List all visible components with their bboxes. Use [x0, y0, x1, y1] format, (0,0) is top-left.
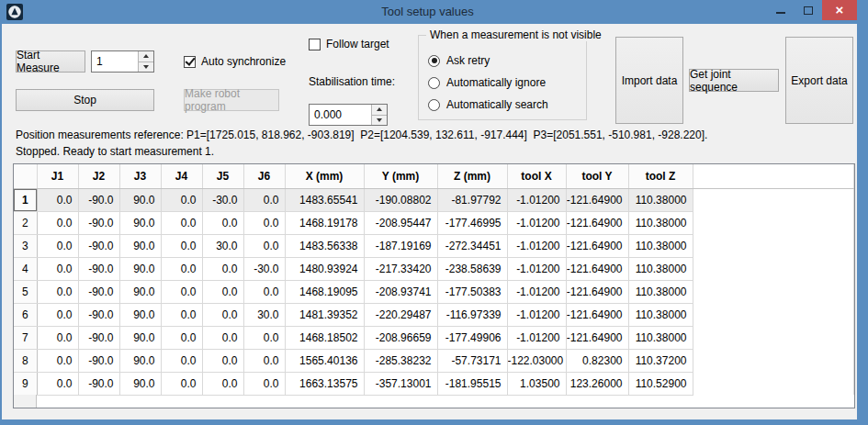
row-header-cell[interactable]: 1 — [14, 188, 37, 211]
grid-cell[interactable]: -1.01200 — [507, 326, 566, 349]
column-header[interactable]: tool X — [507, 164, 566, 188]
grid-cell[interactable]: 1480.93924 — [285, 257, 364, 280]
corner-header-cell[interactable] — [14, 164, 37, 188]
grid-cell[interactable]: -81.97792 — [437, 188, 507, 211]
grid-cell[interactable]: 110.38000 — [628, 303, 693, 326]
grid-cell[interactable]: -90.0 — [78, 326, 119, 349]
grid-cell[interactable]: 0.0 — [202, 349, 243, 372]
export-data-button[interactable]: Export data — [785, 37, 853, 124]
grid-cell[interactable]: -121.64900 — [566, 280, 628, 303]
grid-cell[interactable]: -285.38232 — [364, 349, 437, 372]
grid-cell[interactable]: 1468.19178 — [285, 211, 364, 234]
grid-cell[interactable]: 90.0 — [119, 349, 161, 372]
grid-cell[interactable]: -90.0 — [78, 280, 119, 303]
grid-cell[interactable]: 90.0 — [119, 303, 161, 326]
measure-number-input[interactable] — [92, 51, 138, 72]
grid-cell[interactable]: 110.38000 — [628, 326, 693, 349]
grid-cell[interactable]: 0.0 — [243, 211, 285, 234]
grid-cell[interactable]: 0.0 — [37, 280, 78, 303]
minimize-button[interactable] — [767, 0, 795, 20]
grid-cell[interactable]: 1481.39352 — [285, 303, 364, 326]
grid-cell[interactable]: -208.93741 — [364, 280, 437, 303]
column-header[interactable]: X (mm) — [285, 164, 364, 188]
grid-cell[interactable]: -121.64900 — [566, 211, 628, 234]
stop-button[interactable]: Stop — [16, 89, 154, 111]
grid-cell[interactable]: 1468.18502 — [285, 326, 364, 349]
grid-cell[interactable]: 0.0 — [161, 211, 202, 234]
grid-cell[interactable]: 0.0 — [243, 188, 285, 211]
grid-cell[interactable]: 0.0 — [202, 326, 243, 349]
grid-cell[interactable]: 0.0 — [202, 303, 243, 326]
visibility-option[interactable]: Automatically search — [428, 98, 548, 111]
grid-cell[interactable]: -208.96659 — [364, 326, 437, 349]
grid-cell[interactable]: 0.0 — [243, 280, 285, 303]
grid-cell[interactable]: 0.0 — [161, 257, 202, 280]
grid-cell[interactable]: 0.0 — [243, 372, 285, 395]
grid-cell[interactable]: -1.01200 — [507, 211, 566, 234]
grid-cell[interactable]: -121.64900 — [566, 303, 628, 326]
get-joint-sequence-button[interactable]: Get joint sequence — [689, 69, 779, 92]
column-header[interactable]: J6 — [243, 164, 285, 188]
visibility-option[interactable]: Automatically ignore — [428, 76, 548, 89]
maximize-button[interactable] — [795, 0, 822, 20]
grid-cell[interactable]: 90.0 — [119, 326, 161, 349]
grid-cell[interactable]: 0.0 — [202, 372, 243, 395]
row-header-cell[interactable]: 2 — [14, 211, 37, 234]
grid-cell[interactable]: -90.0 — [78, 188, 119, 211]
grid-cell[interactable]: 110.38000 — [628, 211, 693, 234]
grid-cell[interactable]: 1565.40136 — [285, 349, 364, 372]
grid-cell[interactable]: 110.38000 — [628, 188, 693, 211]
grid-cell[interactable]: 0.0 — [37, 234, 78, 257]
follow-target-checkbox[interactable] — [309, 39, 321, 50]
grid-cell[interactable]: -177.49906 — [437, 326, 507, 349]
grid-cell[interactable]: -357.13001 — [364, 372, 437, 395]
radio-button[interactable] — [428, 77, 440, 89]
radio-button[interactable] — [428, 99, 440, 111]
grid-cell[interactable]: 0.0 — [37, 372, 78, 395]
stabilisation-time-spinner[interactable] — [309, 104, 388, 126]
measure-spin-down-button[interactable] — [139, 62, 153, 73]
grid-cell[interactable]: 0.0 — [37, 257, 78, 280]
grid-cell[interactable]: 0.0 — [161, 234, 202, 257]
grid-cell[interactable]: 0.0 — [161, 326, 202, 349]
grid-cell[interactable]: -217.33420 — [364, 257, 437, 280]
grid-cell[interactable]: 110.38000 — [628, 280, 693, 303]
row-header-cell[interactable]: 3 — [14, 234, 37, 257]
grid-cell[interactable]: 0.0 — [161, 349, 202, 372]
grid-cell[interactable]: 0.0 — [243, 234, 285, 257]
grid-cell[interactable]: -90.0 — [78, 234, 119, 257]
grid-cell[interactable]: -121.64900 — [566, 234, 628, 257]
grid-cell[interactable]: -220.29487 — [364, 303, 437, 326]
grid-cell[interactable]: 110.52900 — [628, 372, 693, 395]
grid-cell[interactable]: 90.0 — [119, 211, 161, 234]
row-header-cell[interactable]: 7 — [14, 326, 37, 349]
row-header-cell[interactable]: 5 — [14, 280, 37, 303]
grid-cell[interactable]: 0.0 — [37, 349, 78, 372]
measure-spin-up-button[interactable] — [139, 51, 153, 62]
stabilisation-time-input[interactable] — [310, 105, 371, 125]
grid-cell[interactable]: -116.97339 — [437, 303, 507, 326]
grid-cell[interactable]: -90.0 — [78, 303, 119, 326]
column-header[interactable]: tool Z — [628, 164, 693, 188]
column-header[interactable]: J3 — [119, 164, 161, 188]
grid-cell[interactable]: -122.03000 — [507, 349, 566, 372]
grid-cell[interactable]: -121.64900 — [566, 257, 628, 280]
grid-cell[interactable]: -90.0 — [78, 372, 119, 395]
grid-cell[interactable]: -177.46995 — [437, 211, 507, 234]
auto-synchronize-checkbox[interactable] — [184, 56, 196, 68]
grid-cell[interactable]: 90.0 — [119, 280, 161, 303]
grid-cell[interactable]: 0.0 — [243, 326, 285, 349]
column-header[interactable]: J1 — [37, 164, 78, 188]
grid-cell[interactable]: -272.34451 — [437, 234, 507, 257]
grid-cell[interactable]: 90.0 — [119, 257, 161, 280]
grid-cell[interactable]: -121.64900 — [566, 326, 628, 349]
grid-cell[interactable]: -187.19169 — [364, 234, 437, 257]
grid-cell[interactable]: 0.0 — [243, 349, 285, 372]
column-header[interactable]: Y (mm) — [364, 164, 437, 188]
grid-cell[interactable]: 0.0 — [202, 280, 243, 303]
grid-cell[interactable]: -1.01200 — [507, 280, 566, 303]
grid-cell[interactable]: -1.01200 — [507, 234, 566, 257]
grid-cell[interactable]: 0.82300 — [566, 349, 628, 372]
row-header-cell[interactable]: 4 — [14, 257, 37, 280]
grid-cell[interactable]: 0.0 — [37, 326, 78, 349]
